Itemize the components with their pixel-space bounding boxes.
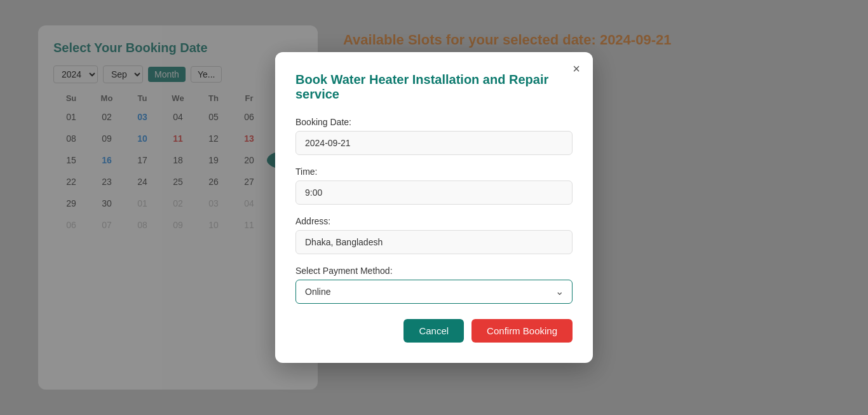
modal-title: Book Water Heater Installation and Repai… <box>295 72 573 102</box>
payment-label: Select Payment Method: <box>295 266 573 276</box>
address-input[interactable] <box>295 230 573 254</box>
booking-date-group: Booking Date: <box>295 117 573 155</box>
payment-group: Select Payment Method: Online Cash on De… <box>295 266 573 304</box>
modal-close-button[interactable]: × <box>573 62 580 75</box>
address-group: Address: <box>295 216 573 254</box>
time-label: Time: <box>295 167 573 177</box>
modal-actions: Cancel Confirm Booking <box>295 319 573 343</box>
booking-date-input[interactable] <box>295 131 573 155</box>
booking-date-label: Booking Date: <box>295 117 573 127</box>
time-group: Time: <box>295 167 573 205</box>
booking-modal: × Book Water Heater Installation and Rep… <box>275 52 593 363</box>
modal-overlay: × Book Water Heater Installation and Rep… <box>0 0 868 415</box>
payment-select-wrapper: Online Cash on Delivery <box>295 280 573 304</box>
cancel-button[interactable]: Cancel <box>403 319 464 343</box>
time-input[interactable] <box>295 180 573 205</box>
address-label: Address: <box>295 216 573 226</box>
confirm-booking-button[interactable]: Confirm Booking <box>471 319 573 343</box>
payment-select[interactable]: Online Cash on Delivery <box>295 280 573 304</box>
